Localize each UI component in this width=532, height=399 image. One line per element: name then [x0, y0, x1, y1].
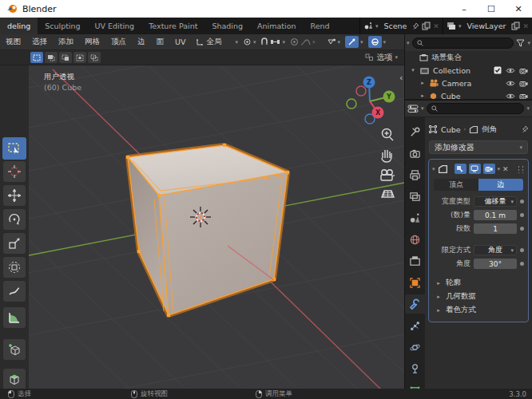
disable-render-icon[interactable]	[519, 67, 528, 74]
toggle-render-display[interactable]	[483, 164, 495, 174]
tool-select-box[interactable]	[2, 137, 26, 160]
cube-expand-icon[interactable]: ▸	[419, 93, 426, 99]
menu-uv[interactable]: UV	[169, 38, 191, 46]
tool-options[interactable]: 选项 ▾	[365, 52, 398, 63]
modifier-drag-handle[interactable]	[517, 165, 525, 173]
tool-annotate[interactable]	[3, 281, 26, 302]
viewport-3d[interactable]: 用户透视 (60) Cube	[0, 65, 404, 389]
filter-icon[interactable]	[516, 39, 525, 47]
camera-expand-icon[interactable]: ▸	[419, 80, 426, 86]
width-type-dropdown[interactable]: 偏移量 ▾	[474, 196, 517, 207]
maximize-button[interactable]: ☐	[478, 0, 505, 18]
properties-options-chevron[interactable]: ▾	[526, 105, 530, 112]
scene-3d[interactable]: Z Y X	[29, 65, 404, 389]
scene-name[interactable]: Scene	[380, 22, 410, 30]
toggle-edit-mode-display[interactable]	[455, 164, 466, 174]
snapping-chevron[interactable]: ▾	[282, 39, 285, 45]
select-mode-new[interactable]	[30, 52, 43, 63]
hide-viewport-icon[interactable]	[506, 67, 515, 74]
outliner-search-input[interactable]	[426, 39, 510, 47]
section-shading[interactable]: ▸着色方式	[432, 303, 525, 317]
tool-measure[interactable]	[3, 307, 26, 328]
tab-scene[interactable]	[405, 208, 425, 227]
select-mode-invert[interactable]	[73, 52, 86, 63]
menu-add[interactable]: 添加	[53, 37, 79, 47]
gizmo-arrow-icon[interactable]	[345, 36, 359, 48]
hide-viewport-icon[interactable]	[506, 93, 515, 100]
options-label[interactable]: 选项	[376, 52, 392, 63]
tab-collection-properties[interactable]	[405, 251, 425, 271]
orientation-chevron[interactable]: ▾	[235, 39, 238, 45]
workspace-tab-animation[interactable]: Animation	[250, 18, 303, 34]
sidebar-toggle-arrow[interactable]: ‹	[399, 73, 403, 83]
tab-constraints[interactable]	[405, 359, 425, 378]
viewport-gizmos-toggle[interactable]: ▾	[345, 36, 363, 48]
orientation-value[interactable]: 全局	[206, 37, 233, 47]
section-geometry[interactable]: ▸几何数据	[432, 290, 525, 303]
tool-cursor[interactable]	[3, 161, 26, 182]
workspace-tab-uv-editing[interactable]: UV Editing	[88, 18, 142, 34]
tab-modifiers[interactable]	[405, 294, 425, 314]
new-view-layer-icon[interactable]	[511, 22, 520, 30]
select-mode-intersect[interactable]	[88, 52, 101, 63]
new-scene-icon[interactable]	[422, 22, 431, 30]
hide-viewport-icon[interactable]	[506, 80, 515, 87]
minimize-button[interactable]: –	[451, 0, 478, 18]
workspace-tab-sculpting[interactable]: Sculpting	[38, 18, 87, 34]
menu-face[interactable]: 面	[151, 37, 170, 47]
outliner-item-scene-collection[interactable]: 场景集合	[405, 51, 532, 64]
menu-mesh[interactable]: 网格	[79, 37, 105, 47]
axis-neg-y-handle[interactable]	[347, 99, 356, 109]
pin-icon[interactable]	[412, 22, 419, 30]
modifier-delete-icon[interactable]: ✕	[502, 165, 509, 173]
modifier-expand-chevron[interactable]: ▾	[432, 166, 435, 172]
toggle-realtime-display[interactable]	[469, 164, 481, 174]
menu-edge[interactable]: 边	[132, 37, 151, 47]
workspace-tab-texture-paint[interactable]: Texture Paint	[141, 18, 204, 34]
outliner-item-collection[interactable]: ▾ Collection	[405, 64, 532, 77]
tool-rotate[interactable]	[3, 209, 26, 230]
overlays-icon[interactable]	[368, 36, 382, 48]
tool-extrude-region[interactable]	[3, 369, 26, 389]
show-gizmo-chevron[interactable]: ▾	[338, 39, 341, 45]
tool-add-cube[interactable]	[3, 339, 26, 360]
disable-render-icon[interactable]	[519, 80, 528, 87]
workspace-tab-rendering[interactable]: Rend	[304, 18, 337, 34]
tab-tool[interactable]	[405, 122, 425, 141]
breadcrumb-object[interactable]: Cube	[441, 125, 461, 134]
tab-view-layer[interactable]	[405, 187, 425, 206]
tool-transform[interactable]	[3, 257, 26, 278]
axis-neg-x-handle[interactable]	[356, 86, 366, 96]
workspace-tab-modeling[interactable]: deling	[0, 18, 38, 34]
workspace-tab-shading[interactable]: Shading	[204, 18, 250, 34]
tab-physics[interactable]	[405, 338, 425, 357]
options-chevron[interactable]: ▾	[395, 54, 398, 61]
transform-orientation[interactable]: 全局 ▾	[196, 37, 238, 47]
tab-object[interactable]	[405, 273, 425, 292]
view-layer-dropdown-chevron[interactable]: ▾	[459, 23, 462, 30]
snapping[interactable]: ▾	[260, 38, 285, 46]
animate-dot[interactable]	[520, 248, 524, 252]
pivot-point[interactable]: ▾	[243, 38, 256, 46]
affect-vertices-tab[interactable]: 顶点	[434, 179, 478, 191]
close-button[interactable]: ✕	[505, 0, 532, 18]
menu-view[interactable]: 视图	[0, 37, 26, 47]
show-gizmo[interactable]: ▾	[327, 38, 341, 46]
animate-dot[interactable]	[520, 262, 524, 266]
limit-method-dropdown[interactable]: 角度 ▾	[474, 245, 517, 255]
outliner-item-camera[interactable]: ▸ Camera	[405, 77, 532, 89]
tab-particles[interactable]	[405, 316, 425, 335]
outliner-item-cube[interactable]: ▸ Cube	[405, 89, 532, 101]
segments-field[interactable]: 1	[474, 223, 517, 234]
animate-dot[interactable]	[520, 213, 524, 217]
select-mode-extend[interactable]	[45, 52, 58, 63]
pivot-chevron[interactable]: ▾	[253, 39, 256, 45]
menu-vertex[interactable]: 顶点	[105, 37, 132, 47]
view-layer-selector[interactable]: ▾ ViewLayer ✕	[443, 18, 532, 34]
collection-expand-icon[interactable]: ▾	[410, 67, 416, 73]
view-layer-name[interactable]: ViewLayer	[463, 22, 509, 30]
properties-search[interactable]	[427, 103, 525, 114]
tab-object-data[interactable]	[405, 381, 425, 389]
tool-move[interactable]	[3, 185, 26, 206]
filter-chevron[interactable]: ▾	[527, 40, 530, 46]
